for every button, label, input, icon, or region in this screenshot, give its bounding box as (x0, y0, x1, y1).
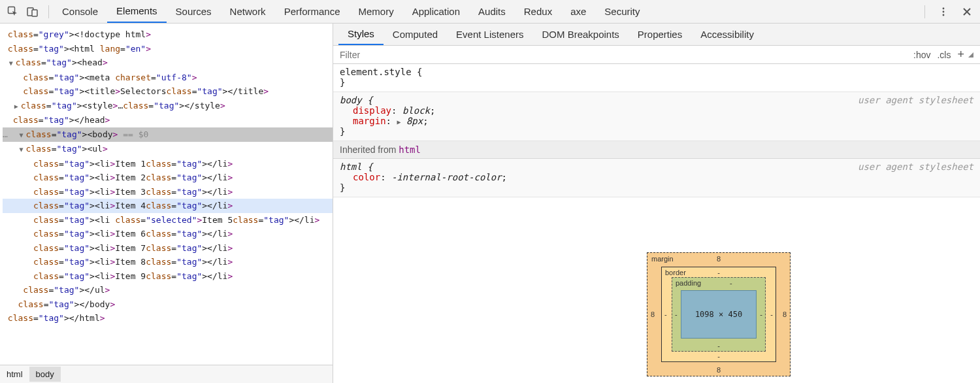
rule-body[interactable]: user agent stylesheet body { display: bl… (333, 92, 980, 141)
dom-li-3[interactable]: class="tag"><li>Item 3class="tag"></li> (3, 185, 333, 199)
dom-meta[interactable]: class="tag"><meta charset="utf-8"> (3, 71, 333, 85)
device-toggle-icon[interactable] (24, 3, 42, 21)
rule-element-style[interactable]: element.style { } (333, 64, 980, 92)
dom-li-8[interactable]: class="tag"><li>Item 8class="tag"></li> (3, 255, 333, 269)
tab-security[interactable]: Security (595, 0, 649, 23)
rule-selector: element.style { (340, 67, 422, 77)
bm-border-right: - (770, 310, 773, 318)
disclosure-triangle-icon[interactable]: ▶ (13, 99, 20, 114)
bm-padding-label: padding (676, 279, 701, 287)
rule-origin: user agent stylesheet (858, 161, 973, 172)
css-prop-value[interactable]: 8px (406, 116, 423, 126)
box-model-content: 1098 × 450 (681, 290, 757, 339)
bm-padding-bottom: - (717, 342, 720, 350)
inspect-icon[interactable] (4, 3, 22, 21)
css-prop-value[interactable]: block (402, 105, 430, 116)
disclosure-triangle-icon[interactable]: ▼ (18, 128, 24, 142)
subtab-accessibility[interactable]: Accessibility (691, 24, 763, 45)
dom-head-close[interactable]: class="tag"></head> (3, 113, 333, 127)
bm-border-bottom: - (717, 352, 720, 360)
toolbar-separator (924, 5, 925, 18)
rule-close: } (340, 77, 973, 88)
dom-li-7[interactable]: class="tag"><li>Item 7class="tag"></li> (3, 241, 333, 256)
box-model[interactable]: margin 8 8 8 8 border - - - - padding - … (647, 252, 791, 376)
tab-elements[interactable]: Elements (107, 0, 167, 23)
dom-li-9[interactable]: class="tag"><li>Item 9class="tag"></li> (3, 269, 333, 284)
disclosure-triangle-icon[interactable]: ▼ (18, 142, 24, 157)
rule-close: } (340, 182, 973, 193)
inherited-from-element[interactable]: html (399, 144, 421, 155)
breadcrumb-body[interactable]: body (29, 367, 61, 382)
dom-body-close[interactable]: class="tag"></body> (3, 297, 333, 312)
kebab-menu-icon[interactable] (934, 3, 953, 21)
dom-li-5[interactable]: class="tag"><li class="selected">Item 5c… (3, 213, 333, 227)
cls-toggle[interactable]: .cls (937, 50, 951, 60)
toolbar-separator (48, 5, 49, 18)
devtools-toolbar: ConsoleElementsSourcesNetworkPerformance… (0, 0, 980, 24)
styles-body: element.style { } user agent stylesheet … (333, 64, 980, 383)
elements-panel: class="grey"><!doctype html> class="tag"… (0, 24, 333, 383)
css-prop-name[interactable]: color (353, 172, 380, 182)
bm-padding-top: - (730, 279, 732, 287)
add-rule-button[interactable]: + (957, 48, 964, 61)
bm-border-left: - (664, 310, 667, 318)
styles-sub-tabs: StylesComputedEvent ListenersDOM Breakpo… (333, 24, 980, 46)
tab-network[interactable]: Network (221, 0, 275, 23)
styles-filter-input[interactable] (333, 50, 907, 60)
css-prop-name[interactable]: display (353, 105, 391, 116)
dom-doctype[interactable]: class="grey"><!doctype html> (3, 27, 333, 42)
svg-point-4 (943, 10, 945, 12)
tab-memory[interactable]: Memory (350, 0, 403, 23)
dom-title[interactable]: class="tag"><title>Selectorsclass="tag">… (3, 84, 333, 99)
subtab-properties[interactable]: Properties (629, 24, 691, 45)
top-tabs: ConsoleElementsSourcesNetworkPerformance… (53, 0, 921, 23)
dom-ul-close[interactable]: class="tag"></ul> (3, 283, 333, 297)
dom-html-close[interactable]: class="tag"></html> (3, 311, 333, 325)
svg-rect-2 (32, 10, 37, 16)
main-split: class="grey"><!doctype html> class="tag"… (0, 24, 980, 383)
subtab-styles[interactable]: Styles (338, 24, 384, 45)
dom-li-2[interactable]: class="tag"><li>Item 2class="tag"></li> (3, 171, 333, 185)
breadcrumb-html[interactable]: html (0, 367, 29, 382)
rule-close: } (340, 126, 973, 137)
tab-axe[interactable]: axe (561, 0, 595, 23)
tab-console[interactable]: Console (53, 0, 107, 23)
rule-selector: html { (340, 161, 373, 172)
bm-margin-right: 8 (783, 310, 787, 318)
rule-html[interactable]: user agent stylesheet html { color: -int… (333, 159, 980, 197)
dom-head-open[interactable]: ▼class="tag"><head> (3, 56, 333, 71)
bm-margin-label: margin (651, 255, 674, 263)
dom-tree[interactable]: class="grey"><!doctype html> class="tag"… (0, 24, 333, 365)
tab-performance[interactable]: Performance (275, 0, 350, 23)
subtab-computed[interactable]: Computed (384, 24, 447, 45)
svg-point-5 (943, 14, 945, 16)
bm-padding-left: - (675, 310, 678, 318)
tab-application[interactable]: Application (403, 0, 469, 23)
tab-audits[interactable]: Audits (469, 0, 515, 23)
inherited-from-bar: Inherited from html (333, 141, 980, 159)
close-icon[interactable] (958, 3, 976, 21)
hov-toggle[interactable]: :hov (913, 50, 930, 60)
bm-margin-bottom: 8 (717, 366, 721, 374)
dom-li-4[interactable]: class="tag"><li>Item 4class="tag"></li> (3, 199, 333, 213)
subtab-event-listeners[interactable]: Event Listeners (447, 24, 532, 45)
tab-sources[interactable]: Sources (167, 0, 221, 23)
dom-li-1[interactable]: class="tag"><li>Item 1class="tag"></li> (3, 157, 333, 171)
corner-icon (968, 52, 973, 58)
dom-ul-open[interactable]: ▼class="tag"><ul> (3, 142, 333, 157)
css-prop-value[interactable]: -internal-root-color (391, 172, 502, 182)
css-prop-name[interactable]: margin (353, 116, 386, 126)
dom-body-open[interactable]: … ▼class="tag"><body> == $0 (3, 127, 333, 142)
dom-style[interactable]: ▶class="tag"><style>…class="tag"></style… (3, 99, 333, 114)
rule-origin: user agent stylesheet (858, 95, 973, 105)
tab-redux[interactable]: Redux (515, 0, 561, 23)
toolbar-left-icons (4, 3, 42, 21)
dom-html-open[interactable]: class="tag"><html lang="en"> (3, 42, 333, 56)
inherited-label: Inherited from (340, 144, 399, 155)
styles-panel: StylesComputedEvent ListenersDOM Breakpo… (333, 24, 980, 383)
subtab-dom-breakpoints[interactable]: DOM Breakpoints (532, 24, 628, 45)
dom-li-6[interactable]: class="tag"><li>Item 6class="tag"></li> (3, 227, 333, 241)
bm-margin-top: 8 (717, 255, 721, 263)
bm-border-label: border (665, 269, 686, 276)
disclosure-triangle-icon[interactable]: ▼ (8, 56, 14, 71)
